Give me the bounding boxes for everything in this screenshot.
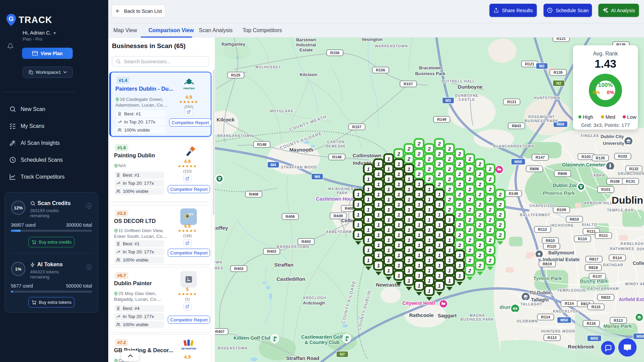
svg-text:BRANGANSTOWN: BRANGANSTOWN (217, 134, 253, 138)
svg-text:Kilcloon: Kilcloon (300, 72, 317, 77)
svg-text:Ardclough: Ardclough (303, 300, 325, 306)
svg-text:R148: R148 (332, 155, 342, 159)
svg-text:STRAFFAN WOOD: STRAFFAN WOOD (281, 165, 317, 169)
svg-text:R806: R806 (558, 172, 567, 176)
svg-text:M4 BUSINESS: M4 BUSINESS (328, 187, 356, 191)
svg-text:Dunboyne: Dunboyne (458, 84, 482, 90)
svg-text:R111: R111 (587, 229, 596, 233)
svg-text:DRUMCONDRA: DRUMCONDRA (618, 172, 644, 176)
svg-text:R121: R121 (556, 38, 566, 41)
svg-text:WES: WES (215, 266, 224, 270)
svg-text:BLANCHARDSTOWN: BLANCHARDSTOWN (493, 144, 534, 148)
svg-text:OWN: OWN (215, 260, 222, 264)
svg-text:BUSINESS PARK: BUSINESS PARK (460, 317, 494, 321)
svg-text:MOYGLARE: MOYGLARE (270, 109, 293, 113)
svg-text:M2: M2 (539, 64, 545, 68)
svg-text:R114: R114 (565, 301, 574, 306)
svg-text:Rathcoole: Rathcoole (409, 312, 434, 318)
svg-text:Estate: Estate (299, 47, 313, 52)
svg-text:Dublin City: Dublin City (601, 134, 624, 139)
svg-text:R135: R135 (553, 70, 563, 74)
svg-text:PAINTING: PAINTING (183, 87, 195, 90)
svg-text:TEMPLEOGUE: TEMPLEOGUE (557, 288, 586, 292)
svg-text:Business Park: Business Park (415, 71, 445, 76)
svg-text:R810: R810 (546, 239, 555, 243)
svg-text:R408: R408 (249, 192, 258, 196)
svg-text:Castlewarden Golf: Castlewarden Golf (301, 334, 343, 340)
svg-text:Kilcock: Kilcock (216, 117, 235, 122)
svg-text:ABBEYFARM: ABBEYFARM (326, 230, 352, 234)
svg-text:R817: R817 (589, 257, 599, 261)
svg-text:R102: R102 (581, 155, 591, 159)
svg-text:RATHFARNHAM: RATHFARNHAM (588, 287, 619, 291)
svg-text:R157: R157 (404, 82, 413, 86)
svg-text:RATHMINES: RATHMINES (610, 247, 634, 251)
svg-text:TALLAGHT: TALLAGHT (521, 302, 543, 306)
svg-text:DUNBOYNE: DUNBOYNE (455, 93, 479, 97)
svg-text:dium: dium (500, 304, 512, 310)
svg-text:BARBERSTOWN: BARBERSTOWN (277, 245, 309, 249)
svg-text:Vesington: Vesington (362, 38, 383, 42)
svg-text:Straffan Road: Straffan Road (286, 355, 319, 361)
svg-text:R112: R112 (538, 227, 547, 231)
svg-text:ROSEMOUNT: ROSEMOUNT (528, 115, 555, 119)
svg-text:R819: R819 (543, 262, 552, 266)
svg-text:R148: R148 (257, 142, 267, 146)
svg-text:R806: R806 (530, 167, 539, 171)
svg-text:Collinstown: Collinstown (353, 153, 382, 158)
svg-text:R113: R113 (614, 318, 623, 322)
svg-text:R132: R132 (629, 167, 639, 171)
svg-text:R109: R109 (557, 208, 566, 212)
svg-text:Phoenix Park: Phoenix Park (543, 190, 575, 196)
svg-text:INCHICORE: INCHICORE (551, 223, 574, 227)
svg-text:R156: R156 (330, 51, 340, 55)
svg-text:R135: R135 (596, 156, 605, 160)
svg-text:CARTON: CARTON (327, 140, 344, 144)
svg-text:CABRA: CABRA (590, 173, 605, 177)
svg-text:TU Dublin,: TU Dublin, (529, 290, 553, 295)
svg-text:RIALTO: RIALTO (582, 223, 597, 227)
svg-text:Rockbrook: Rockbrook (568, 344, 595, 349)
svg-text:R121: R121 (507, 100, 516, 104)
svg-text:DON: DON (637, 247, 644, 251)
svg-text:R113: R113 (548, 336, 557, 340)
svg-text:College: College (633, 261, 644, 266)
svg-text:Glasnevin Cemetery: Glasnevin Cemetery (562, 162, 608, 167)
svg-text:Dublin Zoo: Dublin Zoo (553, 183, 577, 188)
svg-text:M3: M3 (445, 98, 451, 103)
svg-text:Rathganley: Rathganley (222, 42, 246, 47)
svg-text:R102: R102 (618, 154, 627, 158)
svg-text:R147: R147 (535, 155, 545, 159)
svg-text:R810: R810 (570, 217, 579, 221)
svg-text:CHAPELIZOD: CHAPELIZOD (529, 204, 556, 208)
svg-text:Citywest Hotel: Citywest Hotel (402, 300, 435, 306)
svg-text:RATHGAR: RATHGAR (603, 263, 623, 267)
svg-text:MAGNA: MAGNA (469, 313, 485, 317)
svg-text:R114: R114 (613, 256, 622, 260)
svg-text:R403: R403 (267, 249, 276, 253)
svg-text:R822: R822 (601, 295, 611, 299)
svg-text:R111: R111 (599, 233, 608, 237)
svg-text:R116: R116 (587, 321, 596, 325)
svg-text:R108: R108 (610, 179, 620, 183)
svg-text:R156: R156 (376, 68, 385, 72)
svg-text:R110: R110 (578, 237, 587, 241)
svg-text:Industrial: Industrial (296, 42, 316, 47)
svg-text:R131: R131 (626, 179, 635, 183)
svg-text:MULHUSSEY: MULHUSSEY (255, 65, 281, 69)
svg-text:Ballymount: Ballymount (548, 250, 574, 255)
svg-text:R406: R406 (285, 214, 295, 219)
svg-text:Killeen Golf Club: Killeen Golf Club (234, 335, 272, 341)
svg-text:coffey: coffey (215, 225, 228, 231)
svg-text:OLDBAWN: OLDBAWN (517, 319, 538, 323)
svg-text:N2: N2 (556, 81, 561, 85)
svg-text:PARK: PARK (337, 191, 348, 195)
svg-text:Castletown House: Castletown House (316, 196, 357, 202)
svg-text:Maynooth: Maynooth (290, 147, 314, 153)
svg-text:TEMPLE BAR: TEMPLE BAR (607, 208, 634, 212)
svg-text:BUSINESS PARK: BUSINESS PARK (525, 119, 558, 123)
svg-text:Tymon Park: Tymon Park (533, 275, 562, 281)
svg-text:M50: M50 (560, 318, 568, 322)
svg-text:ARDCLOGH: ARDCLOGH (303, 296, 326, 300)
svg-text:Straffan: Straffan (274, 262, 294, 268)
